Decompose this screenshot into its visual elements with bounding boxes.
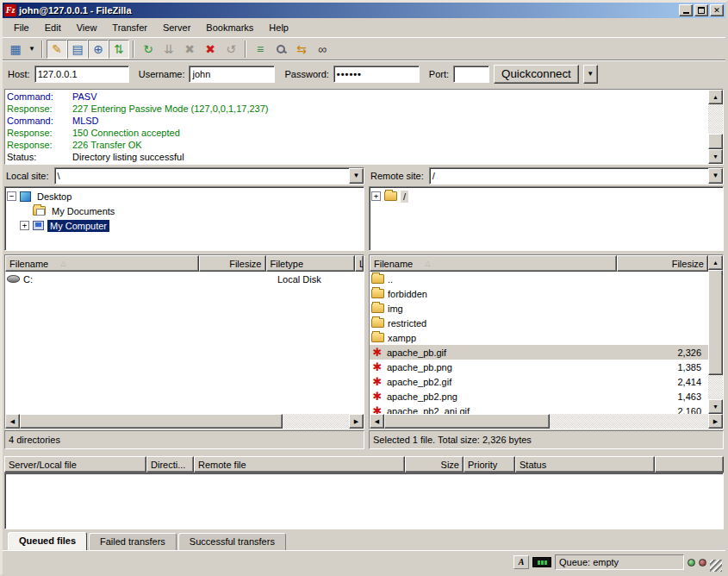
remote-horizontal-scrollbar[interactable]: ◀ ▶ <box>370 414 723 429</box>
menu-server[interactable]: Server <box>155 20 198 35</box>
scroll-left-button[interactable]: ◀ <box>370 414 384 429</box>
remote-vertical-scrollbar[interactable]: ▲ ▼ <box>708 255 723 414</box>
scroll-down-button[interactable]: ▼ <box>708 399 723 414</box>
port-input[interactable] <box>453 66 489 83</box>
image-file-icon: ✱ <box>371 376 383 387</box>
remote-file-row[interactable]: ✱apache_pb.png1,385 <box>370 360 708 374</box>
scrollbar-thumb[interactable] <box>20 414 283 429</box>
quickconnect-button[interactable]: Quickconnect <box>494 65 579 84</box>
local-site-label: Local site: <box>4 171 54 181</box>
remote-file-row[interactable]: forbidden <box>370 286 708 301</box>
column-header-server-local-file[interactable]: Server/Local file <box>4 456 146 473</box>
expand-icon[interactable]: + <box>20 221 29 230</box>
process-queue-button[interactable]: ⇊ <box>159 40 179 59</box>
local-site-dropdown-button[interactable]: ▼ <box>349 168 364 184</box>
site-manager-button[interactable]: ▦ <box>5 40 26 59</box>
tree-item-desktop[interactable]: − Desktop <box>7 189 362 203</box>
tab-successful-transfers[interactable]: Successful transfers <box>178 533 286 550</box>
toggle-local-tree-button[interactable]: ▤ <box>67 40 88 59</box>
local-horizontal-scrollbar[interactable]: ◀ ▶ <box>5 414 364 429</box>
column-header-filesize[interactable]: Filesize <box>617 255 708 272</box>
disconnect-button[interactable]: ✖ <box>200 40 221 59</box>
close-button[interactable]: ✕ <box>710 4 724 16</box>
scrollbar-thumb[interactable] <box>708 270 723 375</box>
remote-file-row[interactable]: ✱apache_pb2.gif2,414 <box>370 374 708 389</box>
site-manager-dropdown-button[interactable]: ▼ <box>26 40 38 59</box>
toolbar: ▦ ▼ ✎ ▤ ⊕ ⇅ ↻ ⇊ ✖ ✖ ↺ ≡ ⇆ ∞ <box>3 37 725 59</box>
resize-grip[interactable] <box>710 560 722 572</box>
remote-file-row[interactable]: restricted <box>370 316 708 330</box>
scroll-up-button[interactable]: ▲ <box>708 90 723 104</box>
toggle-message-log-button[interactable]: ✎ <box>47 40 67 59</box>
tab-failed-transfers[interactable]: Failed transfers <box>89 533 177 550</box>
quickconnect-dropdown-button[interactable]: ▼ <box>583 65 598 84</box>
column-header-status[interactable]: Status <box>515 456 655 473</box>
column-header-direction[interactable]: Directi... <box>146 456 194 473</box>
column-header-size[interactable]: Size <box>405 456 464 473</box>
toggle-remote-tree-button[interactable]: ⊕ <box>88 40 109 59</box>
remote-file-row[interactable]: .. <box>370 272 708 286</box>
scroll-down-button[interactable]: ▼ <box>708 149 723 164</box>
transfer-queue: Server/Local file Directi... Remote file… <box>4 456 724 550</box>
find-files-button[interactable]: ∞ <box>312 40 333 59</box>
directory-filters-button[interactable]: ≡ <box>250 40 271 59</box>
tree-item-root[interactable]: + / <box>371 189 721 203</box>
menu-bookmarks[interactable]: Bookmarks <box>198 20 261 35</box>
file-list-panels: Filename△ Filesize Filetype L C: Local D… <box>4 254 724 449</box>
scroll-right-button[interactable]: ▶ <box>708 414 723 429</box>
column-header-filename[interactable]: Filename△ <box>5 255 199 272</box>
remote-file-row-selected[interactable]: ✱apache_pb.gif2,326 <box>370 345 708 360</box>
tree-item-my-documents[interactable]: My Documents <box>7 203 362 218</box>
scrollbar-thumb[interactable] <box>708 134 723 149</box>
column-header-filename[interactable]: Filename△ <box>370 255 617 272</box>
remote-site-path: / <box>430 171 708 181</box>
host-input[interactable] <box>34 66 129 83</box>
toggle-queue-button[interactable]: ⇅ <box>109 40 129 59</box>
refresh-button[interactable]: ↻ <box>138 40 159 59</box>
maximize-button[interactable] <box>694 4 708 16</box>
local-file-row[interactable]: C: Local Disk <box>5 272 364 286</box>
local-file-list: Filename△ Filesize Filetype L C: Local D… <box>5 255 364 429</box>
column-header-remote-file[interactable]: Remote file <box>194 456 405 473</box>
maximize-icon <box>698 7 705 14</box>
menu-help[interactable]: Help <box>261 20 296 35</box>
expand-icon[interactable]: + <box>371 191 381 201</box>
message-log-lines: Command:PASV Response:227 Entering Passi… <box>5 90 708 164</box>
tab-queued-files[interactable]: Queued files <box>8 532 87 550</box>
menu-file[interactable]: File <box>6 20 37 35</box>
column-header-lastmodified[interactable]: L <box>355 255 364 272</box>
menu-transfer[interactable]: Transfer <box>104 20 155 35</box>
menu-edit[interactable]: Edit <box>37 20 69 35</box>
cancel-operation-button[interactable]: ✖ <box>179 40 200 59</box>
scroll-left-button[interactable]: ◀ <box>5 414 20 429</box>
remote-site-dropdown-button[interactable]: ▼ <box>708 168 723 184</box>
local-site-combo[interactable]: \ ▼ <box>54 167 364 185</box>
remote-status-bar: Selected 1 file. Total size: 2,326 bytes <box>369 430 724 449</box>
remote-file-row[interactable]: img <box>370 301 708 316</box>
synchronized-browsing-button[interactable]: ⇆ <box>291 40 312 59</box>
scroll-right-button[interactable]: ▶ <box>349 414 364 429</box>
scrollbar-thumb[interactable] <box>384 414 550 429</box>
scroll-up-button[interactable]: ▲ <box>708 255 723 270</box>
window-title: john@127.0.0.1 - FileZilla <box>19 5 677 16</box>
remote-file-row[interactable]: xampp <box>370 330 708 345</box>
column-header-priority[interactable]: Priority <box>464 456 515 473</box>
password-input[interactable] <box>333 66 420 83</box>
username-input[interactable] <box>189 66 275 83</box>
local-site-bar: Local site: \ ▼ <box>4 166 364 185</box>
reconnect-button[interactable]: ↺ <box>221 40 241 59</box>
my-computer-icon <box>33 221 44 230</box>
local-list-body: C: Local Disk <box>5 272 364 414</box>
remote-site-combo[interactable]: / ▼ <box>429 167 724 185</box>
minimize-button[interactable] <box>679 4 693 16</box>
remote-file-row[interactable]: ✱apache_pb2.png1,463 <box>370 389 708 404</box>
tree-item-my-computer[interactable]: + My Computer <box>7 218 362 233</box>
column-header-filesize[interactable]: Filesize <box>199 255 266 272</box>
column-header-filetype[interactable]: Filetype <box>266 255 356 272</box>
directory-comparison-button[interactable] <box>271 40 291 59</box>
menu-view[interactable]: View <box>69 20 105 35</box>
local-site-path: \ <box>55 171 349 181</box>
collapse-icon[interactable]: − <box>7 191 16 201</box>
log-vertical-scrollbar[interactable]: ▲ ▼ <box>708 90 723 164</box>
remote-file-row[interactable]: ✱apache_pb2_ani.gif2,160 <box>370 404 708 414</box>
